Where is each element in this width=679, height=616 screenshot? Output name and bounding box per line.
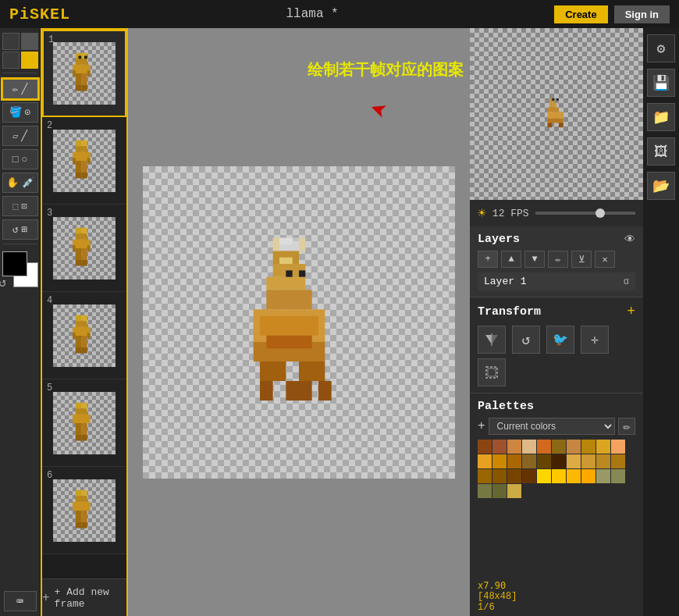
keyboard-shortcuts-btn[interactable]: ⌨️ xyxy=(4,591,37,611)
palette-color-1[interactable] xyxy=(492,440,507,454)
fps-bar: ☀ 12 FPS xyxy=(470,200,643,226)
main-canvas[interactable] xyxy=(143,166,455,479)
rotate-tool-btn[interactable]: ↺ ⊞ xyxy=(2,219,38,240)
frame-item-6[interactable]: 6 xyxy=(42,467,126,554)
add-frame-button[interactable]: + + Add new frame xyxy=(42,579,126,616)
palette-color-23[interactable] xyxy=(522,469,536,483)
fill-tool-btn[interactable]: 🪣 ⊙ xyxy=(2,102,38,123)
palette-color-31[interactable] xyxy=(492,484,507,498)
llama-sprite xyxy=(221,237,377,408)
merge-layer-btn[interactable]: ⊻ xyxy=(571,251,592,268)
size-color-btn[interactable] xyxy=(21,52,38,69)
palette-color-16[interactable] xyxy=(567,454,581,468)
frame-number-1: 1 xyxy=(48,34,54,45)
header-buttons: Create Sign in xyxy=(554,5,670,23)
crop-icon xyxy=(484,365,499,380)
palette-color-24[interactable] xyxy=(537,469,551,483)
palette-color-9[interactable] xyxy=(611,440,625,454)
svg-marker-89 xyxy=(485,335,492,344)
folder-btn[interactable]: 📂 xyxy=(647,172,675,200)
palette-color-14[interactable] xyxy=(537,454,551,468)
delete-layer-btn[interactable]: ✕ xyxy=(595,251,615,268)
palette-color-12[interactable] xyxy=(507,454,521,468)
flip-h-btn[interactable] xyxy=(478,326,506,354)
palette-color-6[interactable] xyxy=(567,440,581,454)
palette-add-icon[interactable]: + xyxy=(478,419,485,433)
palette-color-5[interactable] xyxy=(552,440,566,454)
transform-add-icon[interactable]: + xyxy=(627,304,635,319)
palette-color-15[interactable] xyxy=(552,454,566,468)
eraser-icon: ▱ xyxy=(12,130,18,142)
palette-color-18[interactable] xyxy=(596,454,610,468)
size-small-btn[interactable] xyxy=(2,33,20,50)
move-transform-btn[interactable]: ✛ xyxy=(581,326,609,354)
svg-rect-84 xyxy=(548,119,563,123)
palette-color-10[interactable] xyxy=(478,454,492,468)
palette-color-27[interactable] xyxy=(581,469,595,483)
palette-color-8[interactable] xyxy=(596,440,610,454)
layers-visibility-icon[interactable]: 👁 xyxy=(624,233,635,246)
frame-item-5[interactable]: 5 xyxy=(42,379,126,467)
palette-color-30[interactable] xyxy=(478,484,492,498)
palette-color-13[interactable] xyxy=(522,454,536,468)
svg-rect-23 xyxy=(81,227,87,233)
palette-color-21[interactable] xyxy=(492,469,507,483)
size-large-btn[interactable] xyxy=(2,52,20,69)
create-button[interactable]: Create xyxy=(554,5,607,23)
palette-dropdown[interactable]: Current colors xyxy=(489,418,615,435)
canvas-area[interactable]: 绘制若干帧对应的图案 ➤ xyxy=(128,28,470,616)
select-tool-btn[interactable]: ⬚ ⊡ xyxy=(2,196,38,216)
image-btn[interactable]: 🖼 xyxy=(647,137,675,166)
palette-color-3[interactable] xyxy=(522,440,536,454)
palette-color-28[interactable] xyxy=(596,469,610,483)
pencil-tool-btn[interactable]: ✏️ ╱ xyxy=(2,79,38,99)
svg-rect-20 xyxy=(76,173,82,179)
palette-color-4[interactable] xyxy=(537,440,551,454)
svg-rect-37 xyxy=(81,336,87,347)
size-medium-btn[interactable] xyxy=(21,33,38,50)
signin-button[interactable]: Sign in xyxy=(614,5,670,23)
export-btn[interactable]: 📁 xyxy=(647,103,675,131)
palette-color-32[interactable] xyxy=(507,484,521,498)
eraser-tool-btn[interactable]: ▱ ╱ xyxy=(2,126,38,146)
move-layer-up-btn[interactable]: ▲ xyxy=(501,251,521,268)
palette-edit-btn[interactable]: ✏ xyxy=(618,418,635,435)
flip-v-btn[interactable]: 🐦 xyxy=(546,326,574,354)
svg-rect-32 xyxy=(76,315,82,321)
frame-item-4[interactable]: 4 xyxy=(42,292,126,379)
add-layer-btn[interactable]: + xyxy=(478,251,498,268)
palette-color-11[interactable] xyxy=(492,454,507,468)
save-btn[interactable]: 💾 xyxy=(647,69,675,97)
rect-tool-btn[interactable]: □ ○ xyxy=(2,149,38,169)
frame-item-1[interactable]: 1 xyxy=(42,30,126,117)
fps-slider-thumb[interactable] xyxy=(595,208,605,218)
palette-color-2[interactable] xyxy=(507,440,521,454)
frame-canvas-5 xyxy=(53,392,116,454)
reset-colors-icon[interactable]: ↺ xyxy=(0,275,6,290)
move-tool-btn[interactable]: ✋ 💉 xyxy=(2,173,38,193)
foreground-color-swatch[interactable] xyxy=(2,251,27,276)
palette-color-29[interactable] xyxy=(611,469,625,483)
rename-layer-btn[interactable]: ✏ xyxy=(548,251,568,268)
move-layer-down-btn[interactable]: ▼ xyxy=(524,251,545,268)
settings-btn[interactable]: ⚙ xyxy=(647,34,675,62)
crop-btn[interactable] xyxy=(478,358,506,386)
size-selectors xyxy=(2,33,38,50)
fps-slider[interactable] xyxy=(535,212,635,215)
logo: PiSKEL xyxy=(9,5,70,23)
palette-color-0[interactable] xyxy=(478,440,492,454)
palette-color-7[interactable] xyxy=(581,440,595,454)
palette-color-20[interactable] xyxy=(478,469,492,483)
rotate-icon: ↺ xyxy=(12,223,19,236)
palette-color-25[interactable] xyxy=(552,469,566,483)
svg-rect-29 xyxy=(87,245,91,251)
image-icon: 🖼 xyxy=(654,144,668,160)
palette-color-19[interactable] xyxy=(611,454,625,468)
frame-item-2[interactable]: 2 xyxy=(42,117,126,205)
rotate-btn[interactable]: ↺ xyxy=(512,326,540,354)
layer-row-1[interactable]: Layer 1 α xyxy=(478,272,635,290)
palette-color-26[interactable] xyxy=(567,469,581,483)
frame-item-3[interactable]: 3 xyxy=(42,205,126,292)
palette-color-22[interactable] xyxy=(507,469,521,483)
palette-color-17[interactable] xyxy=(581,454,595,468)
